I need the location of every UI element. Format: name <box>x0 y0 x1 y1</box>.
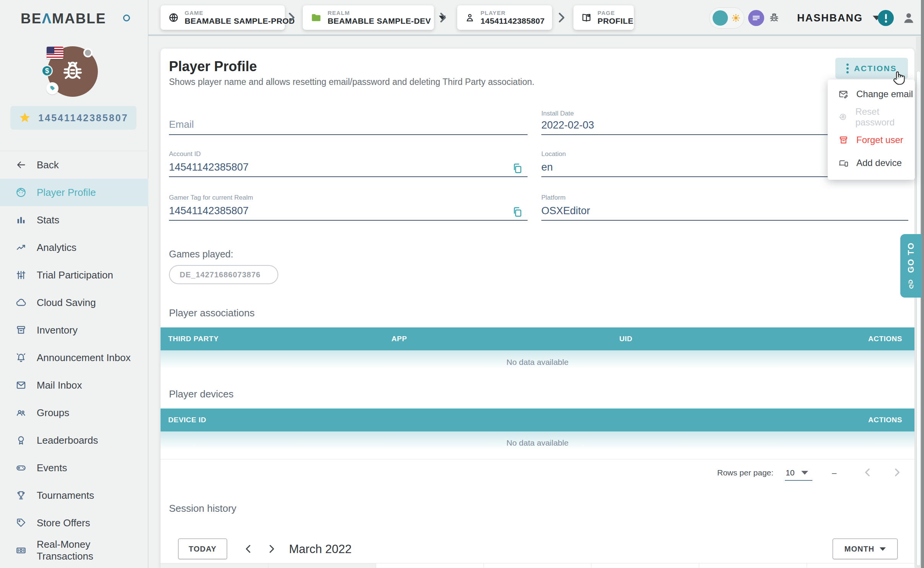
face-icon <box>15 187 27 198</box>
menu-item-forget-user[interactable]: Forget user <box>828 129 915 151</box>
calendar-cell[interactable] <box>591 563 699 568</box>
sidebar-item-leaderboards[interactable]: Leaderboards <box>0 426 148 454</box>
account-id-value: 14541142385807 <box>169 161 248 173</box>
alerts-button[interactable] <box>878 10 894 26</box>
calendar-cell[interactable] <box>807 563 914 568</box>
banknote-icon <box>15 545 27 556</box>
sidebar-item-cloud-saving[interactable]: Cloud Saving <box>0 289 148 316</box>
sidebar-item-store-offers[interactable]: Store Offers <box>0 509 148 537</box>
presence-badge-icon <box>83 48 93 57</box>
sidebar-item-tournaments[interactable]: Tournaments <box>0 482 148 509</box>
breadcrumb-player[interactable]: PLAYER14541142385807 <box>457 5 552 30</box>
divider <box>161 459 914 459</box>
beamable-logo: BEΛMABLE <box>21 11 106 27</box>
sidebar-item-trial-participation[interactable]: Trial Participation <box>0 261 148 289</box>
devices-title: Player devices <box>169 388 234 400</box>
page-next-button[interactable] <box>891 466 903 478</box>
account-icon <box>901 11 916 25</box>
calendar-cell[interactable] <box>699 563 807 568</box>
account-id-field[interactable]: Account ID 14541142385807 <box>169 150 528 177</box>
org-name: HASHBANG <box>797 12 863 24</box>
org-dropdown[interactable]: HASHBANG <box>797 0 880 36</box>
calendar-grid <box>161 563 914 568</box>
calendar-cell[interactable] <box>268 563 376 568</box>
page-title: Player Profile <box>169 59 257 75</box>
bug-icon <box>768 11 781 24</box>
calendar-cell[interactable] <box>484 563 591 568</box>
docs-menu-button[interactable] <box>748 10 764 26</box>
breadcrumb-label: GAME <box>185 10 295 16</box>
cloud-icon <box>15 297 27 308</box>
actions-button[interactable]: ACTIONS <box>835 58 908 79</box>
breadcrumb-value: BEAMABLE SAMPLE-PROD <box>185 16 295 26</box>
sidebar-item-events[interactable]: Events <box>0 454 148 482</box>
account-id-label: Account ID <box>169 150 201 158</box>
sidebar-item-back[interactable]: Back <box>0 151 148 179</box>
gamer-tag-value: 14541142385807 <box>169 205 248 217</box>
email-field[interactable]: Email <box>169 110 528 135</box>
col-actions: ACTIONS <box>868 409 902 431</box>
sidebar-item-mail-inbox[interactable]: Mail Inbox <box>0 371 148 399</box>
menu-item-change-email[interactable]: Change email <box>828 83 915 106</box>
us-flag-icon <box>47 47 63 59</box>
bar-chart-icon <box>15 214 27 226</box>
associations-title: Player associations <box>169 307 255 319</box>
gamer-tag-field[interactable]: Gamer Tag for current Realm 145411423858… <box>169 194 528 221</box>
devices-icon <box>838 158 849 168</box>
col-third-party: THIRD PARTY <box>168 327 219 350</box>
calendar-cell[interactable] <box>161 563 268 568</box>
select-underline <box>785 480 812 481</box>
theme-toggle[interactable] <box>709 7 744 29</box>
topbar: GAMEBEAMABLE SAMPLE-PROD REALMBEAMABLE S… <box>148 0 924 36</box>
today-button[interactable]: TODAY <box>178 539 227 559</box>
breadcrumb-page[interactable]: PAGEPROFILE <box>573 5 634 30</box>
breadcrumb-realm[interactable]: REALMBEAMABLE SAMPLE-DEV <box>303 5 434 30</box>
page-prev-button[interactable] <box>862 466 874 478</box>
platform-field[interactable]: Platform OSXEditor <box>541 194 908 221</box>
breadcrumb-value: 14541142385807 <box>481 16 545 26</box>
sidebar-item-inventory[interactable]: Inventory <box>0 316 148 344</box>
player-profile-card: Player Profile Shows player name and all… <box>161 49 914 568</box>
star-icon <box>18 111 31 124</box>
calendar-view-button[interactable]: MONTH <box>833 539 898 559</box>
gamer-tag-label: Gamer Tag for current Realm <box>169 194 253 202</box>
page-subtitle: Shows player name and allows resetting e… <box>169 77 534 87</box>
gamer-tag-pill[interactable]: 14541142385807 <box>10 106 136 130</box>
sidebar-item-groups[interactable]: Groups <box>0 399 148 426</box>
sidebar-item-real-money-transactions[interactable]: Real-Money Transactions <box>0 537 148 564</box>
menu-item-add-device[interactable]: Add device <box>828 151 915 174</box>
logo-caret-icon: Λ <box>42 11 52 26</box>
report-bug-button[interactable] <box>766 10 782 26</box>
sidebar-item-announcement-inbox[interactable]: Announcement Inbox <box>0 344 148 371</box>
breadcrumb-game[interactable]: GAMEBEAMABLE SAMPLE-PROD <box>161 5 285 30</box>
goto-tab[interactable]: GO TO <box>900 234 922 298</box>
calendar-prev-icon[interactable] <box>242 543 255 555</box>
col-uid: UID <box>619 327 632 350</box>
sidebar: BEΛMABLE $ 14541142385807 Bac <box>0 0 148 568</box>
scrollbar-thumb[interactable] <box>916 71 921 566</box>
sidebar-item-player-profile[interactable]: Player Profile <box>0 179 148 206</box>
account-button[interactable] <box>901 10 917 26</box>
rows-per-page-select[interactable]: 10 <box>786 468 808 477</box>
trend-line-icon <box>15 242 27 253</box>
sidebar-item-analytics[interactable]: Analytics <box>0 234 148 261</box>
email-label: Email <box>169 119 194 130</box>
games-played-chip: DE_14271686073876 <box>169 265 278 284</box>
link-icon <box>903 277 919 292</box>
bug-avatar-icon <box>59 58 86 85</box>
install-date-value: 2022-02-03 <box>541 119 594 131</box>
sliders-icon <box>15 269 27 281</box>
person-icon <box>465 13 475 23</box>
breadcrumb-label: PLAYER <box>481 10 545 16</box>
sidebar-item-stats[interactable]: Stats <box>0 206 148 234</box>
archive-icon <box>15 324 27 336</box>
globe-icon <box>168 12 179 23</box>
tag-icon <box>15 517 27 529</box>
vertical-dots-icon <box>846 63 849 73</box>
archive-delete-icon <box>838 135 849 145</box>
pagination-range: – <box>832 468 836 478</box>
calendar-next-icon[interactable] <box>265 543 278 555</box>
calendar-cell[interactable] <box>376 563 484 568</box>
copy-icon[interactable] <box>512 163 523 174</box>
copy-icon[interactable] <box>512 206 523 218</box>
